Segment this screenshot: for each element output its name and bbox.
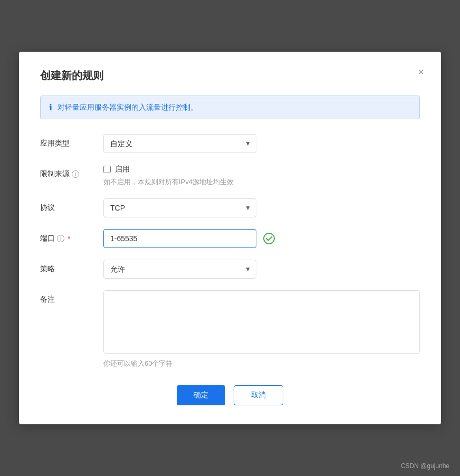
note-row: 备注 你还可以输入60个字符 [40, 290, 420, 368]
char-hint: 你还可以输入60个字符 [103, 359, 420, 368]
port-info-icon[interactable]: i [57, 235, 64, 242]
limit-source-row: 限制来源 i 启用 如不启用，本规则对所有IPv4源地址均生效 [40, 165, 420, 187]
limit-source-checkbox[interactable] [103, 166, 111, 173]
policy-row: 策略 允许 拒绝 ▼ [40, 260, 420, 279]
dialog-footer: 确定 取消 [40, 385, 420, 405]
dialog-title: 创建新的规则 [40, 69, 420, 83]
limit-source-control: 启用 如不启用，本规则对所有IPv4源地址均生效 [103, 165, 420, 187]
protocol-row: 协议 TCP UDP ICMP ALL ▼ [40, 198, 420, 217]
info-banner: ℹ 对轻量应用服务器实例的入流量进行控制。 [40, 96, 420, 119]
limit-source-checkbox-row: 启用 [103, 165, 420, 174]
limit-source-info-icon[interactable]: i [72, 170, 79, 178]
info-text: 对轻量应用服务器实例的入流量进行控制。 [57, 103, 198, 112]
protocol-label: 协议 [40, 198, 103, 213]
info-icon: ℹ [49, 102, 52, 112]
watermark: CSDN @gujunhe [401, 462, 449, 470]
app-type-select-wrapper: 自定义 HTTP HTTPS SSH RDP MySQL ▼ [103, 134, 256, 153]
policy-control: 允许 拒绝 ▼ [103, 260, 420, 279]
app-type-control: 自定义 HTTP HTTPS SSH RDP MySQL ▼ [103, 134, 420, 153]
cancel-button[interactable]: 取消 [234, 385, 283, 405]
limit-source-checkbox-label: 启用 [115, 165, 130, 174]
app-type-select[interactable]: 自定义 HTTP HTTPS SSH RDP MySQL [103, 134, 256, 153]
limit-source-label: 限制来源 i [40, 165, 103, 179]
port-row: 端口 i * [40, 229, 420, 248]
svg-point-0 [264, 233, 274, 244]
policy-label: 策略 [40, 260, 103, 274]
protocol-select[interactable]: TCP UDP ICMP ALL [103, 198, 256, 217]
port-label: 端口 i * [40, 229, 103, 243]
limit-source-hint: 如不启用，本规则对所有IPv4源地址均生效 [103, 177, 420, 187]
policy-select-wrapper: 允许 拒绝 ▼ [103, 260, 256, 279]
close-button[interactable]: × [416, 64, 426, 79]
port-required-star: * [68, 234, 70, 243]
port-valid-icon [263, 232, 275, 245]
confirm-button[interactable]: 确定 [177, 385, 225, 405]
overlay: 创建新的规则 × ℹ 对轻量应用服务器实例的入流量进行控制。 应用类型 自定义 … [0, 0, 460, 476]
protocol-select-wrapper: TCP UDP ICMP ALL ▼ [103, 198, 256, 217]
note-control: 你还可以输入60个字符 [103, 290, 420, 368]
policy-select[interactable]: 允许 拒绝 [103, 260, 256, 279]
port-input-row [103, 229, 420, 248]
note-label: 备注 [40, 290, 103, 304]
dialog: 创建新的规则 × ℹ 对轻量应用服务器实例的入流量进行控制。 应用类型 自定义 … [19, 52, 441, 424]
port-input[interactable] [103, 229, 256, 248]
app-type-label: 应用类型 [40, 134, 103, 148]
protocol-control: TCP UDP ICMP ALL ▼ [103, 198, 420, 217]
port-control [103, 229, 420, 248]
app-type-row: 应用类型 自定义 HTTP HTTPS SSH RDP MySQL ▼ [40, 134, 420, 153]
note-textarea[interactable] [103, 290, 420, 354]
